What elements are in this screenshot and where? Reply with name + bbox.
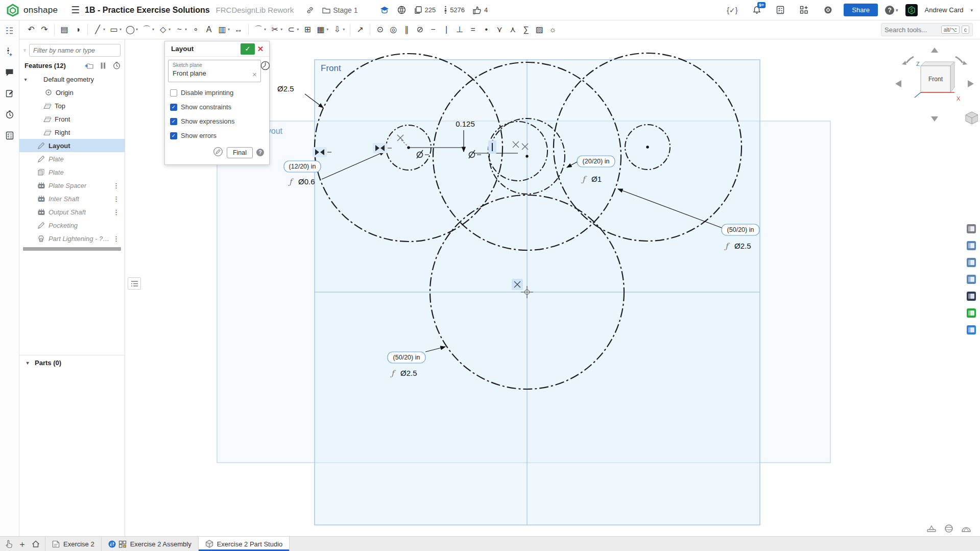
likes-stat[interactable]: 4 bbox=[473, 6, 488, 14]
feature-row-right[interactable]: Right bbox=[19, 126, 125, 139]
document-tab-exercise-2-assembly[interactable]: Exercise 2 Assembly bbox=[102, 537, 199, 551]
feature-row-plate[interactable]: Plate bbox=[19, 165, 125, 179]
cube-top-face[interactable] bbox=[921, 62, 954, 66]
coincident-constraint-icon[interactable]: ⊙ bbox=[373, 24, 387, 35]
help-menu[interactable]: ? ▾ bbox=[885, 6, 898, 15]
parallel-constraint-icon[interactable]: ∥ bbox=[400, 24, 413, 35]
display-options-icon[interactable]: ☼ bbox=[546, 24, 559, 35]
offset-icon[interactable]: ⊂ ▾ bbox=[284, 24, 301, 35]
search-tools[interactable]: alt/⌥ c bbox=[881, 23, 973, 36]
sketch-plane-field[interactable]: Sketch plane Front plane ✕ bbox=[168, 60, 261, 82]
feature-status-dots-icon[interactable]: ⋮ bbox=[113, 195, 122, 203]
filter-input[interactable] bbox=[29, 44, 121, 57]
feature-row-front[interactable]: Front bbox=[19, 112, 125, 126]
tool-chevron-down-icon[interactable]: ▾ bbox=[280, 28, 282, 32]
feature-row-top[interactable]: Top bbox=[19, 99, 125, 112]
document-tab-exercise-2[interactable]: Exercise 2 bbox=[45, 537, 102, 551]
feature-row-inter-shaft[interactable]: Inter Shaft ⋮ bbox=[19, 192, 125, 205]
suppress-icon[interactable] bbox=[101, 62, 106, 69]
touch-mode-icon[interactable] bbox=[5, 540, 13, 548]
tool-chevron-down-icon[interactable]: ▾ bbox=[103, 28, 105, 32]
line-tool-icon[interactable]: ╱ ▾ bbox=[91, 24, 107, 35]
isometric-home-icon[interactable] bbox=[966, 112, 978, 124]
rollback-timer-icon[interactable] bbox=[113, 62, 121, 69]
offset-dim-text[interactable]: 0.125 bbox=[456, 119, 475, 128]
link-icon[interactable] bbox=[306, 6, 314, 14]
folder-breadcrumb[interactable]: Stage 1 bbox=[322, 6, 357, 14]
pattern-icon[interactable]: ▦ ▾ bbox=[314, 24, 330, 35]
user-chevron-down-icon[interactable]: ▾ bbox=[970, 8, 973, 13]
add-tab-button[interactable]: ＋ bbox=[18, 538, 27, 550]
ai-advisor-icon[interactable] bbox=[824, 6, 832, 14]
tool-chevron-down-icon[interactable]: ▾ bbox=[136, 28, 138, 32]
text-tool-icon[interactable]: A bbox=[202, 24, 216, 35]
rotate-up-arrow[interactable] bbox=[931, 47, 938, 53]
tool-chevron-down-icon[interactable]: ▾ bbox=[169, 28, 171, 32]
dome-icon[interactable] bbox=[961, 523, 972, 534]
apps-icon[interactable] bbox=[800, 6, 808, 14]
checkbox-row-show-constraints[interactable]: ✓ Show constraints bbox=[170, 103, 266, 111]
trim-icon[interactable]: ✂ ▾ bbox=[268, 24, 284, 35]
normal-constraint-icon[interactable]: ⋏ bbox=[506, 24, 519, 35]
feature-row-default-geometry[interactable]: ▾ Default geometry bbox=[19, 73, 125, 86]
follow-icon[interactable] bbox=[5, 130, 15, 140]
feature-row-origin[interactable]: Origin bbox=[19, 86, 125, 99]
rotate-down-arrow[interactable] bbox=[931, 116, 938, 122]
dxf-icon[interactable]: ⇩ ▾ bbox=[330, 24, 347, 35]
arc-tool-icon[interactable]: ⌒ ▾ bbox=[140, 24, 156, 35]
cancel-button[interactable]: ✕ bbox=[255, 43, 266, 55]
tool-chevron-down-icon[interactable]: ▾ bbox=[119, 28, 122, 32]
center-point-right[interactable] bbox=[646, 146, 649, 148]
config-panel-icon[interactable] bbox=[966, 291, 977, 302]
roll-cw-arrowhead[interactable] bbox=[963, 61, 967, 65]
notifications-bell-icon[interactable]: 9+ bbox=[753, 6, 761, 14]
feature-row-plate-spacer[interactable]: Plate Spacer ⋮ bbox=[19, 179, 125, 192]
perpendicular-constraint-icon[interactable]: ⊥ bbox=[453, 24, 466, 35]
roll-cw-arrow[interactable] bbox=[955, 57, 963, 63]
dialog-header[interactable]: Layout ✓ ✕ bbox=[165, 41, 269, 57]
spline-tool-icon[interactable]: ~ ▾ bbox=[173, 24, 189, 35]
tangent-constraint-icon[interactable]: ⊘ bbox=[413, 24, 426, 35]
panel-three-icon[interactable] bbox=[966, 274, 977, 285]
point-tool-icon[interactable]: ∘ bbox=[189, 24, 202, 35]
feature-status-dots-icon[interactable]: ⋮ bbox=[113, 182, 122, 189]
avatar[interactable] bbox=[905, 4, 918, 16]
circle-tool-icon[interactable]: ◯ ▾ bbox=[124, 24, 140, 35]
final-button[interactable]: Final bbox=[227, 147, 253, 158]
concentric-constraint-icon[interactable]: ◎ bbox=[387, 24, 400, 35]
versions-icon[interactable]: {✓} bbox=[727, 6, 737, 14]
measure-icon[interactable]: ↗ bbox=[353, 24, 367, 35]
midpoint-constraint-icon[interactable]: • bbox=[480, 24, 493, 35]
dimension-icon[interactable]: ↔ bbox=[232, 24, 245, 35]
vertical-constraint-icon[interactable]: | bbox=[440, 24, 453, 35]
sketch-icon[interactable]: ▤ bbox=[58, 24, 71, 35]
feature-status-dots-icon[interactable]: ⋮ bbox=[113, 208, 122, 216]
notes-icon[interactable] bbox=[5, 88, 15, 99]
drawing-panel-icon[interactable] bbox=[966, 324, 977, 336]
history-icon[interactable] bbox=[5, 109, 15, 119]
feature-row-pocketing[interactable]: Pocketing bbox=[19, 219, 125, 232]
feature-row-part-lightening[interactable]: Part Lightening - ? ... ⋮ bbox=[19, 232, 125, 245]
feature-row-plate[interactable]: Plate bbox=[19, 152, 125, 165]
history-clock-icon[interactable] bbox=[260, 61, 270, 72]
panel-one-icon[interactable] bbox=[966, 240, 977, 251]
search-tools-input[interactable] bbox=[885, 26, 939, 34]
mirror-icon[interactable]: ⊞ bbox=[301, 24, 314, 35]
center-point-middle[interactable] bbox=[525, 155, 528, 157]
panel-two-icon[interactable] bbox=[966, 257, 977, 268]
feature-row-layout[interactable]: Layout bbox=[19, 139, 125, 152]
accept-button[interactable]: ✓ bbox=[241, 43, 255, 55]
new-folder-icon[interactable] bbox=[85, 62, 93, 69]
sketch-dialog-icon[interactable] bbox=[213, 147, 223, 158]
symmetric-constraint-icon[interactable]: ⋎ bbox=[493, 24, 506, 35]
variables-icon[interactable] bbox=[5, 46, 15, 57]
roll-ccw-arrow[interactable] bbox=[906, 57, 914, 63]
equal-constraint-icon[interactable]: = bbox=[466, 24, 480, 35]
edu-icon[interactable] bbox=[380, 6, 389, 14]
feature-list-icon[interactable] bbox=[5, 26, 15, 36]
panel-flyout-handle[interactable] bbox=[128, 277, 141, 290]
clear-selection-icon[interactable]: ✕ bbox=[252, 71, 257, 78]
copies-stat[interactable]: 225 bbox=[414, 6, 436, 14]
tool-chevron-down-icon[interactable]: ▾ bbox=[343, 28, 345, 32]
hatch-icon[interactable]: ▨ bbox=[533, 24, 546, 35]
